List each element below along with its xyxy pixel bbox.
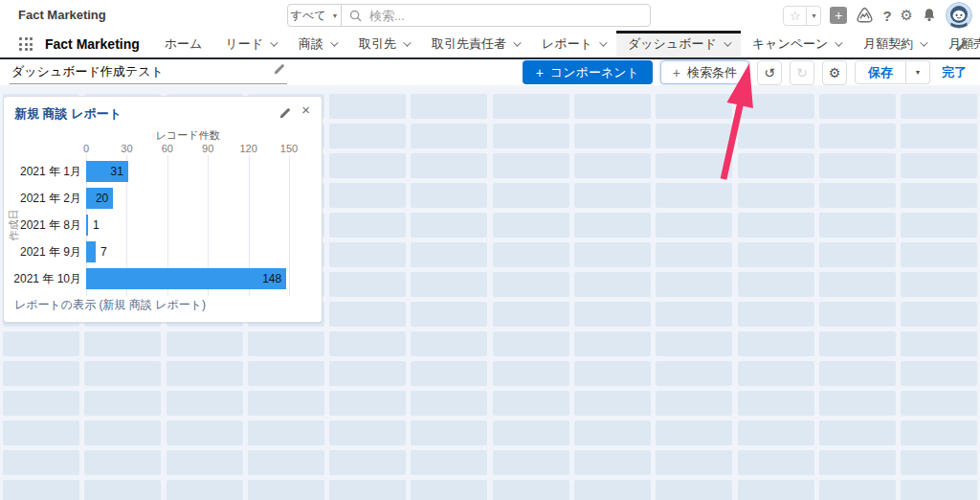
grid-cell (574, 391, 651, 416)
grid-cell (656, 153, 732, 178)
grid-cell (819, 153, 896, 178)
axis-tick-label: 150 (280, 143, 298, 154)
bar-value-label: 7 (100, 241, 107, 262)
grid-cell (738, 183, 814, 208)
grid-cell (574, 183, 651, 208)
grid-cell (167, 420, 243, 445)
grid-cell (574, 242, 651, 267)
undo-button[interactable]: ↺ (757, 60, 782, 85)
grid-cell (901, 124, 977, 148)
search-scope-selector[interactable]: すべて ▼ (288, 5, 342, 26)
tab-leads[interactable]: リード (213, 31, 287, 57)
grid-cell (84, 420, 161, 445)
view-report-link[interactable]: レポートの表示 (新規 商談 レポート) (14, 297, 206, 313)
favorite-star-icon[interactable]: ☆ (783, 6, 807, 26)
grid-cell (819, 420, 896, 445)
category-label: 2021 年 10月 (4, 265, 81, 292)
grid-cell (656, 450, 732, 475)
save-caret-icon[interactable]: ▼ (906, 60, 930, 84)
grid-cell (819, 331, 896, 356)
add-component-button[interactable]: + コンポーネント (523, 60, 653, 84)
grid-cell (411, 153, 487, 178)
grid-cell (819, 124, 896, 148)
grid-cell (656, 420, 732, 445)
tab-reports[interactable]: レポート (530, 31, 616, 57)
search-input[interactable] (369, 9, 642, 23)
grid-cell (574, 213, 651, 238)
grid-cell (574, 94, 651, 119)
tab-opportunities[interactable]: 商談 (287, 31, 347, 57)
grid-cell (248, 331, 324, 356)
grid-cell (738, 242, 814, 267)
setup-gear-icon[interactable]: ⚙ (901, 7, 913, 24)
grid-cell (411, 480, 487, 500)
grid-cell (167, 480, 243, 500)
grid-cell (493, 124, 569, 148)
add-filter-button[interactable]: + 検索条件 (660, 60, 749, 84)
favorites-caret-icon[interactable]: ▼ (806, 6, 821, 26)
bar-4[interactable] (86, 241, 96, 262)
grid-cell (493, 331, 569, 356)
grid-cell (656, 361, 732, 386)
dashboard-canvas: 新規 商談 レポート × レコード件数 作成日 0306090120150202… (0, 85, 980, 500)
tab-campaigns[interactable]: キャンペーン (741, 31, 853, 57)
grid-cell (493, 450, 569, 475)
chevron-down-icon (599, 38, 607, 46)
tab-home[interactable]: ホーム (153, 31, 214, 57)
save-button[interactable]: 保存 (855, 60, 906, 84)
grid-cell (84, 331, 161, 356)
grid-cell (738, 391, 814, 416)
tab-monthly-contract[interactable]: 月額契約 (852, 31, 937, 57)
grid-cell (574, 450, 651, 475)
dashboard-title-field[interactable]: ダッシュボード作成テスト (10, 60, 287, 84)
chevron-down-icon (724, 38, 731, 46)
grid-cell (329, 450, 406, 475)
grid-cell (819, 242, 896, 267)
edit-title-pencil-icon[interactable] (274, 63, 285, 78)
tab-accounts[interactable]: 取引先 (347, 31, 420, 57)
header-icons: ☆ ▼ + ? ⚙ (783, 0, 972, 31)
grid-cell (738, 480, 814, 500)
dashboard-properties-gear-button[interactable]: ⚙ (822, 60, 847, 85)
tab-contacts[interactable]: 取引先責任者 (420, 31, 530, 57)
grid-cell (901, 242, 977, 267)
grid-cell (574, 420, 651, 445)
app-name: Fact Marketing (45, 36, 140, 52)
grid-cell (656, 183, 732, 208)
help-icon[interactable]: ? (882, 8, 891, 24)
grid-cell (656, 391, 732, 416)
grid-cell (738, 331, 814, 356)
grid-cell (738, 272, 814, 297)
redo-button[interactable]: ↻ (790, 60, 814, 85)
grid-cell (411, 450, 487, 475)
grid-cell (901, 361, 977, 386)
global-actions-icon[interactable]: + (830, 7, 847, 24)
grid-cell (738, 361, 814, 386)
bar-value-label: 20 (86, 188, 113, 209)
trailhead-help-icon[interactable] (856, 7, 874, 24)
grid-cell (656, 480, 732, 500)
grid-cell (493, 302, 569, 327)
grid-cell (738, 213, 814, 238)
grid-cell (329, 242, 406, 267)
grid-cell (248, 391, 324, 416)
bar-value-label: 148 (86, 268, 286, 289)
toolbar-actions: + コンポーネント + 検索条件 ↺ ↻ ⚙ 保存 ▼ 完了 (523, 60, 970, 85)
edit-nav-pencil-icon[interactable] (956, 38, 969, 56)
grid-cell (493, 183, 569, 208)
notifications-bell-icon[interactable] (922, 8, 937, 23)
app-launcher-icon[interactable] (19, 37, 33, 51)
user-avatar[interactable] (946, 2, 972, 29)
grid-cell (574, 361, 651, 386)
grid-cell (84, 361, 161, 386)
search-field-wrap (342, 5, 650, 26)
report-chart-widget[interactable]: 新規 商談 レポート × レコード件数 作成日 0306090120150202… (3, 96, 323, 323)
axis-tick-label: 60 (162, 143, 173, 154)
done-button[interactable]: 完了 (938, 60, 970, 84)
bar-3[interactable] (86, 215, 88, 236)
tab-dashboards[interactable]: ダッシュボード (616, 31, 741, 57)
grid-cell (493, 480, 569, 500)
grid-cell (901, 183, 977, 208)
category-label: 2021 年 2月 (4, 185, 81, 212)
grid-cell (901, 391, 977, 416)
